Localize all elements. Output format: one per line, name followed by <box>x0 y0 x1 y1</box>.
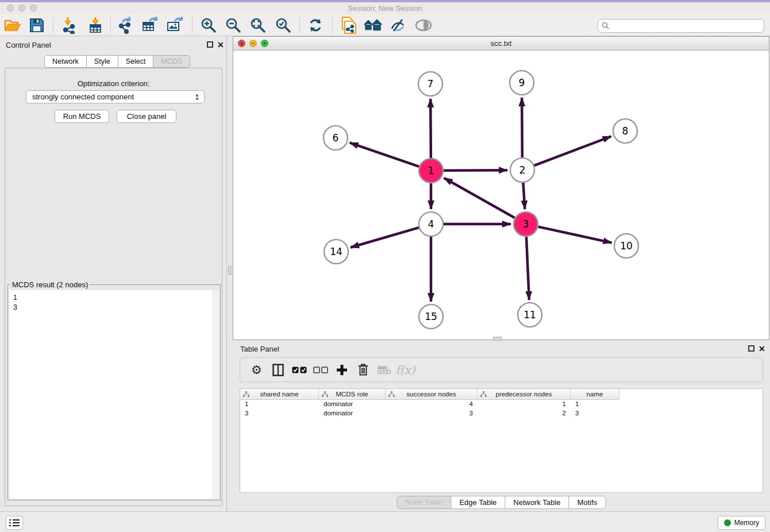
network-canvas[interactable]: 7968124314101511 <box>233 51 769 340</box>
column-header-name[interactable]: name <box>571 389 619 400</box>
edge-1-6[interactable] <box>350 142 419 166</box>
mcds-result-area[interactable]: 13 <box>9 290 219 499</box>
network-window-titlebar[interactable]: x − + scc.txt <box>233 37 769 51</box>
node-table[interactable]: shared nameMCDS rolesuccessor nodesprede… <box>240 388 763 493</box>
duplicate-network-icon[interactable] <box>338 16 358 35</box>
criterion-value: strongly connected component <box>32 92 134 101</box>
network-view-window: x − + scc.txt 7968124314101511 <box>233 36 769 340</box>
cell-shared-name[interactable]: 3 <box>240 409 319 418</box>
criterion-select[interactable]: strongly connected component ▲▼ <box>26 90 205 103</box>
save-session-icon[interactable] <box>27 16 47 35</box>
toolbar-separator <box>110 17 111 33</box>
edge-3-11[interactable] <box>526 237 529 300</box>
cell-predecessor-nodes[interactable]: 1 <box>478 400 571 409</box>
table-row[interactable]: 3dominator323 <box>240 409 763 418</box>
export-table-icon[interactable] <box>141 16 160 35</box>
edge-3-1[interactable] <box>444 178 515 218</box>
edge-1-7[interactable] <box>430 99 431 158</box>
cell-name[interactable]: 3 <box>571 409 619 418</box>
cell-successor-nodes[interactable]: 4 <box>386 400 478 409</box>
edge-4-14[interactable] <box>351 228 419 248</box>
search-input[interactable] <box>610 22 764 30</box>
table-panel-tabs: Node TableEdge TableNetwork TableMotifs <box>397 496 606 509</box>
session-title: Session: New Session <box>0 4 770 13</box>
cell-MCDS-role[interactable]: dominator <box>319 400 386 409</box>
splitter-handle-horizontal[interactable] <box>493 337 502 341</box>
export-image-icon[interactable] <box>165 16 185 35</box>
tab-network[interactable]: Network <box>44 55 87 68</box>
column-header-MCDS-role[interactable]: MCDS role <box>319 389 386 400</box>
float-table-panel-icon[interactable] <box>748 345 754 352</box>
select-all-columns-icon[interactable] <box>288 361 310 379</box>
search-icon <box>602 22 610 30</box>
tab-select[interactable]: Select <box>118 55 154 68</box>
tab-node-table[interactable]: Node Table <box>396 496 452 509</box>
tab-motifs[interactable]: Motifs <box>568 496 606 509</box>
select-stepper-icon: ▲▼ <box>194 92 200 102</box>
home-icon[interactable] <box>363 16 383 35</box>
delete-column-icon[interactable] <box>352 361 374 379</box>
result-scrollbar[interactable] <box>213 290 219 499</box>
application-window: Session: New Session <box>0 0 770 532</box>
node-label-7: 7 <box>428 78 434 90</box>
cell-name[interactable]: 1 <box>571 400 619 409</box>
network-title: scc.txt <box>233 39 769 48</box>
edge-1-2[interactable] <box>444 170 507 171</box>
table-toolbar: ⚙ f(x) <box>240 357 763 382</box>
table-row[interactable]: 1dominator411 <box>240 400 763 409</box>
optimization-criterion-label: Optimization criterion: <box>5 79 222 88</box>
tab-network-table[interactable]: Network Table <box>505 496 569 509</box>
hide-panels-icon[interactable] <box>388 16 407 35</box>
edge-2-3[interactable] <box>523 183 525 209</box>
column-header-shared-name[interactable]: shared name <box>240 389 319 400</box>
toolbar-separator <box>332 17 333 33</box>
refresh-layout-icon[interactable] <box>306 16 325 35</box>
column-header-successor-nodes[interactable]: successor nodes <box>386 389 478 400</box>
table-panel: Table Panel ✕ ⚙ f(x) <box>233 342 770 511</box>
table-body: 1dominator4113dominator323 <box>240 400 763 418</box>
add-column-icon[interactable] <box>331 361 352 379</box>
table-header-row: shared nameMCDS rolesuccessor nodesprede… <box>240 389 763 400</box>
import-network-icon[interactable] <box>59 16 79 35</box>
node-label-3: 3 <box>523 218 529 230</box>
open-session-icon[interactable] <box>3 16 22 35</box>
memory-button[interactable]: Memory <box>718 516 765 530</box>
node-label-11: 11 <box>523 309 536 321</box>
mcds-panel: Optimization criterion: strongly connect… <box>5 68 222 506</box>
status-bar: Memory <box>0 511 770 532</box>
close-table-panel-icon[interactable]: ✕ <box>759 344 765 353</box>
task-history-button[interactable] <box>6 516 23 530</box>
os-titlebar: Session: New Session <box>0 2 770 14</box>
export-network-icon[interactable] <box>116 16 136 35</box>
tab-style[interactable]: Style <box>86 55 118 68</box>
cell-shared-name[interactable]: 1 <box>240 400 319 409</box>
search-field[interactable] <box>598 19 764 33</box>
column-header-predecessor-nodes[interactable]: predecessor nodes <box>478 389 571 400</box>
cell-predecessor-nodes[interactable]: 2 <box>478 409 571 418</box>
close-panel-button[interactable]: Close panel <box>117 110 176 123</box>
edge-2-9[interactable] <box>522 98 522 157</box>
cell-successor-nodes[interactable]: 3 <box>386 409 478 418</box>
run-mcds-button[interactable]: Run MCDS <box>55 110 109 123</box>
node-label-6: 6 <box>333 132 339 144</box>
float-panel-icon[interactable] <box>207 41 213 48</box>
zoom-in-icon[interactable] <box>199 16 218 35</box>
mcds-result-title: MCDS result (2 nodes) <box>10 280 90 289</box>
close-panel-icon[interactable]: ✕ <box>217 40 224 49</box>
tab-mcds[interactable]: MCDS <box>153 55 190 68</box>
cell-MCDS-role[interactable]: dominator <box>319 409 386 418</box>
splitter-handle-vertical[interactable] <box>228 266 233 275</box>
zoom-out-icon[interactable] <box>224 16 243 35</box>
toolbar-separator <box>192 17 192 33</box>
table-panel-title: Table Panel <box>240 345 279 353</box>
tab-edge-table[interactable]: Edge Table <box>451 496 505 509</box>
edge-3-10[interactable] <box>538 227 611 243</box>
import-table-icon[interactable] <box>86 16 105 35</box>
zoom-fit-icon[interactable] <box>248 16 268 35</box>
deselect-all-columns-icon[interactable] <box>310 361 331 379</box>
split-columns-icon[interactable] <box>267 361 288 379</box>
zoom-selected-icon[interactable] <box>274 16 293 35</box>
settings-gear-icon[interactable]: ⚙ <box>246 361 267 379</box>
node-label-2: 2 <box>519 164 526 176</box>
edge-2-8[interactable] <box>534 136 611 165</box>
